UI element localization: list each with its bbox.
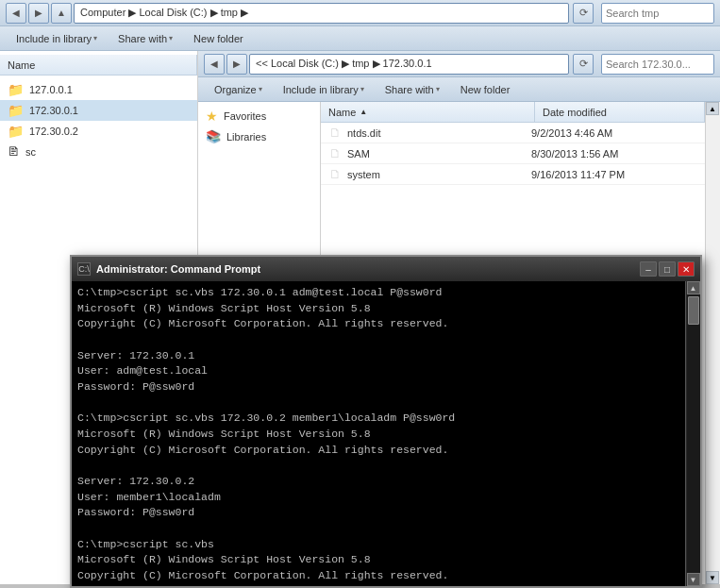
cmd-title: Administrator: Command Prompt	[96, 263, 640, 275]
inner-breadcrumb[interactable]: << Local Disk (C:) ▶ tmp ▶ 172.30.0.1	[249, 54, 569, 75]
breadcrumb-text: Computer ▶ Local Disk (C:) ▶ tmp ▶	[80, 7, 248, 19]
scroll-down-button[interactable]: ▼	[706, 571, 719, 584]
cmd-content[interactable]: C:\tmp>cscript sc.vbs 172.30.0.1 adm@tes…	[72, 281, 685, 586]
inner-back-button[interactable]: ◀	[204, 54, 225, 75]
sidebar-item-127[interactable]: 📁 127.0.0.1	[0, 79, 197, 100]
page-icon: 🗋	[329, 126, 342, 140]
table-row[interactable]: 🗋 ntds.dit 9/2/2013 4:46 AM	[321, 123, 705, 143]
inner-organize-button[interactable]: Organize ▾	[206, 80, 271, 99]
include-library-dropdown-arrow: ▾	[93, 34, 97, 42]
include-library-button[interactable]: Include in library ▾	[8, 29, 106, 48]
cmd-body: C:\tmp>cscript sc.vbs 172.30.0.1 adm@tes…	[72, 281, 700, 586]
sidebar-item-17230-2[interactable]: 📁 172.30.0.2	[0, 121, 197, 142]
sidebar-name-col: Name	[0, 55, 197, 76]
page-icon: 🗋	[329, 146, 342, 160]
file-icon-ntds: 🗋	[325, 126, 345, 140]
folder-icon-17230: 📁	[8, 103, 24, 118]
refresh-button[interactable]: ⟳	[573, 3, 594, 24]
close-button[interactable]: ✕	[678, 261, 695, 277]
folder-icon-127: 📁	[8, 82, 24, 97]
inner-nav-bar: ◀ ▶ << Local Disk (C:) ▶ tmp ▶ 172.30.0.…	[198, 51, 720, 77]
star-icon: ★	[206, 109, 218, 124]
top-toolbar: Include in library ▾ Share with ▾ New fo…	[0, 26, 720, 51]
inner-forward-button[interactable]: ▶	[226, 54, 247, 75]
file-list-header: Name ▲ Date modified	[321, 102, 705, 123]
organize-dropdown-arrow: ▾	[259, 85, 262, 93]
cmd-scroll-thumb[interactable]	[688, 296, 699, 325]
new-folder-button[interactable]: New folder	[185, 29, 252, 48]
sort-arrow: ▲	[360, 108, 367, 116]
cmd-icon: C:\	[77, 262, 91, 276]
forward-button[interactable]: ▶	[28, 3, 49, 24]
explorer-scrollbar[interactable]: ▲ ▼	[705, 102, 720, 584]
file-icon-system: 🗋	[325, 167, 345, 181]
breadcrumb[interactable]: Computer ▶ Local Disk (C:) ▶ tmp ▶	[74, 3, 569, 24]
sidebar-item-17230[interactable]: 📁 172.30.0.1	[0, 100, 197, 121]
cmd-controls: – □ ✕	[640, 261, 695, 277]
inner-toolbar: Organize ▾ Include in library ▾ Share wi…	[198, 77, 720, 102]
inner-share-with-button[interactable]: Share with ▾	[377, 80, 448, 99]
cmd-scroll-up-button[interactable]: ▲	[687, 281, 700, 294]
date-column-header[interactable]: Date modified	[535, 102, 705, 122]
file-icon-sc: 🖹	[8, 144, 20, 159]
table-row[interactable]: 🗋 SAM 8/30/2013 1:56 AM	[321, 143, 705, 164]
cmd-scroll-track[interactable]	[687, 294, 700, 573]
libraries-icon: 📚	[206, 129, 221, 143]
inner-share-dropdown-arrow: ▾	[436, 85, 440, 93]
favorites-item[interactable]: ★ Favorites	[198, 106, 320, 126]
page-icon: 🗋	[329, 167, 342, 181]
sidebar-name-header: Name	[0, 51, 197, 79]
cmd-scroll-down-button[interactable]: ▼	[687, 573, 700, 586]
inner-new-folder-button[interactable]: New folder	[452, 80, 519, 99]
back-button[interactable]: ◀	[6, 3, 26, 24]
inner-breadcrumb-text: << Local Disk (C:) ▶ tmp ▶ 172.30.0.1	[256, 58, 432, 70]
file-icon-sam: 🗋	[325, 146, 345, 160]
scroll-track[interactable]	[706, 115, 720, 571]
cmd-titlebar: C:\ Administrator: Command Prompt – □ ✕	[72, 257, 700, 281]
name-column-header[interactable]: Name ▲	[321, 102, 535, 122]
inner-search-input[interactable]	[601, 54, 714, 75]
folder-icon-17230-2: 📁	[8, 124, 24, 139]
scroll-up-button[interactable]: ▲	[706, 102, 719, 115]
inner-include-dropdown-arrow: ▾	[360, 85, 364, 93]
share-with-dropdown-arrow: ▾	[169, 34, 173, 42]
cmd-window: C:\ Administrator: Command Prompt – □ ✕ …	[70, 255, 702, 588]
cmd-scrollbar[interactable]: ▲ ▼	[685, 281, 700, 586]
inner-include-library-button[interactable]: Include in library ▾	[275, 80, 373, 99]
sidebar-item-sc[interactable]: 🖹 sc	[0, 142, 197, 161]
top-explorer-window: ◀ ▶ ▲ Computer ▶ Local Disk (C:) ▶ tmp ▶…	[0, 0, 720, 255]
search-input[interactable]	[601, 3, 714, 24]
table-row[interactable]: 🗋 system 9/16/2013 11:47 PM	[321, 164, 705, 185]
minimize-button[interactable]: –	[640, 261, 657, 277]
libraries-item[interactable]: 📚 Libraries	[198, 126, 320, 146]
top-nav-bar: ◀ ▶ ▲ Computer ▶ Local Disk (C:) ▶ tmp ▶…	[0, 0, 720, 26]
up-button[interactable]: ▲	[51, 3, 72, 24]
inner-refresh-button[interactable]: ⟳	[573, 54, 594, 75]
maximize-button[interactable]: □	[659, 261, 676, 277]
share-with-button[interactable]: Share with ▾	[109, 29, 181, 48]
